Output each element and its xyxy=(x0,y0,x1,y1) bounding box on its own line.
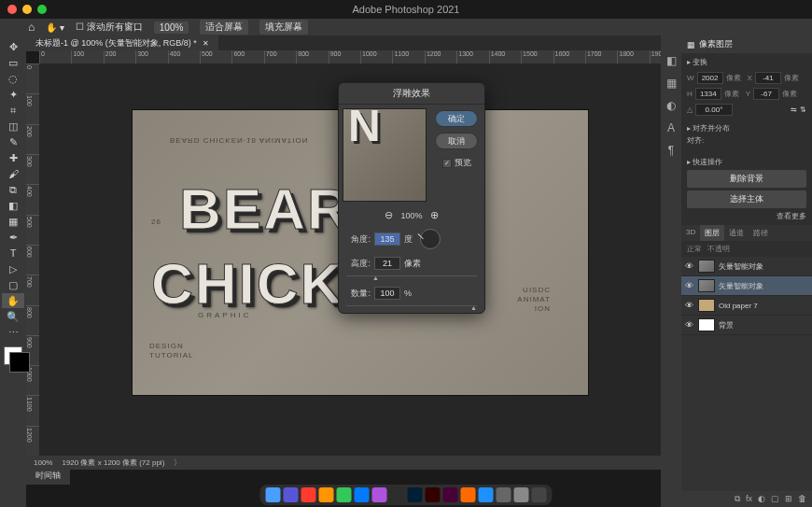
maximize-window-button[interactable] xyxy=(37,5,47,14)
height-input[interactable] xyxy=(374,257,400,270)
dock-app-icon[interactable] xyxy=(390,487,405,502)
x-input[interactable] xyxy=(755,72,781,84)
dock-app-icon[interactable] xyxy=(497,487,511,502)
layer-row[interactable]: 👁Old paper 7 xyxy=(681,296,812,316)
dock-app-icon[interactable] xyxy=(408,487,423,502)
y-input[interactable] xyxy=(753,88,779,100)
ok-button[interactable]: 确定 xyxy=(435,110,478,127)
dock-app-icon[interactable] xyxy=(301,487,316,502)
layer-tab-图层[interactable]: 图层 xyxy=(700,225,724,241)
status-dimensions[interactable]: 1920 像素 x 1200 像素 (72 ppi) xyxy=(62,458,164,468)
select-subject-button[interactable]: 选择主体 xyxy=(687,190,806,208)
flip-v-button[interactable]: ⇅ xyxy=(800,106,806,114)
amount-input[interactable] xyxy=(374,287,400,300)
layer-mask-icon[interactable]: ◐ xyxy=(758,494,765,504)
new-folder-icon[interactable]: ▢ xyxy=(771,494,779,504)
cancel-button[interactable]: 取消 xyxy=(435,133,478,149)
layer-row[interactable]: 👁背景 xyxy=(681,316,812,335)
layer-thumbnail[interactable] xyxy=(698,318,715,331)
swatches-panel-icon[interactable]: ▦ xyxy=(666,77,677,90)
marquee-tool[interactable]: ▭ xyxy=(2,55,24,70)
scroll-all-checkbox[interactable]: ☐ 滚动所有窗口 xyxy=(76,21,143,34)
home-icon[interactable]: ⌂ xyxy=(28,21,35,34)
layer-tab-通道[interactable]: 通道 xyxy=(724,225,749,241)
gradient-tool[interactable]: ▦ xyxy=(2,214,24,229)
color-panel-icon[interactable]: ◧ xyxy=(666,54,677,67)
dialog-title[interactable]: 浮雕效果 xyxy=(339,83,484,105)
flip-h-button[interactable]: ⇋ xyxy=(791,106,797,114)
zoom-out-icon[interactable]: ⊖ xyxy=(385,209,393,221)
status-zoom[interactable]: 100% xyxy=(34,458,52,467)
transform-section-label[interactable]: ▸ 变换 xyxy=(687,57,806,67)
visibility-icon[interactable]: 👁 xyxy=(685,301,694,310)
angle-dial[interactable] xyxy=(420,229,441,249)
link-layers-icon[interactable]: ⧉ xyxy=(735,494,740,504)
wand-tool[interactable]: ✦ xyxy=(2,87,24,102)
foreground-background-colors[interactable] xyxy=(4,346,22,365)
properties-panel-header[interactable]: ▦ 像素图层 xyxy=(681,35,812,53)
close-tab-icon[interactable]: ✕ xyxy=(203,39,209,48)
layer-tab-3D[interactable]: 3D xyxy=(681,225,700,241)
crop-tool[interactable]: ⌗ xyxy=(2,103,24,118)
move-tool[interactable]: ✥ xyxy=(2,39,24,54)
eyedropper-tool[interactable]: ✎ xyxy=(2,134,24,149)
layer-tab-路径[interactable]: 路径 xyxy=(749,225,773,241)
character-panel-icon[interactable]: A xyxy=(667,121,675,134)
layer-fx-icon[interactable]: fx xyxy=(746,494,752,504)
dock-app-icon[interactable] xyxy=(443,487,458,502)
layer-thumbnail[interactable] xyxy=(698,279,715,292)
stamp-tool[interactable]: ⧉ xyxy=(2,182,24,197)
zoom-100-button[interactable]: 100% xyxy=(154,21,189,34)
pen-tool[interactable]: ✒ xyxy=(2,230,24,245)
edit-toolbar-icon[interactable]: ⋯ xyxy=(2,325,24,340)
height-slider[interactable] xyxy=(346,275,477,281)
hand-tool[interactable]: ✋ xyxy=(2,293,24,308)
remove-background-button[interactable]: 删除背景 xyxy=(687,170,806,188)
width-input[interactable] xyxy=(697,72,723,84)
lasso-tool[interactable]: ◌ xyxy=(2,71,24,86)
dock-app-icon[interactable] xyxy=(355,487,370,502)
status-chevron-icon[interactable]: 〉 xyxy=(174,458,181,468)
minimize-window-button[interactable] xyxy=(22,5,32,14)
dock-app-icon[interactable] xyxy=(426,487,441,502)
dock-app-icon[interactable] xyxy=(284,487,299,502)
vertical-ruler[interactable]: 0100200300400500600700800900100011001200 xyxy=(26,63,39,456)
delete-layer-icon[interactable]: 🗑 xyxy=(798,494,806,504)
new-layer-icon[interactable]: ⊞ xyxy=(785,494,792,504)
visibility-icon[interactable]: 👁 xyxy=(685,281,694,290)
dock-app-icon[interactable] xyxy=(514,487,529,502)
view-more-link[interactable]: 查看更多 xyxy=(687,211,806,221)
dock-app-icon[interactable] xyxy=(372,487,387,502)
visibility-icon[interactable]: 👁 xyxy=(685,320,694,330)
quick-actions-label[interactable]: ▸ 快速操作 xyxy=(687,157,806,167)
visibility-icon[interactable]: 👁 xyxy=(685,261,694,271)
preview-checkbox[interactable]: ✓ 预览 xyxy=(442,157,471,169)
type-tool[interactable]: T xyxy=(2,246,24,261)
layer-thumbnail[interactable] xyxy=(698,260,715,273)
rotation-input[interactable] xyxy=(695,104,733,116)
adjustments-panel-icon[interactable]: ◐ xyxy=(666,99,676,112)
fit-screen-button[interactable]: 适合屏幕 xyxy=(200,20,248,35)
dock-app-icon[interactable] xyxy=(461,487,476,502)
layer-thumbnail[interactable] xyxy=(698,299,715,312)
eraser-tool[interactable]: ◧ xyxy=(2,198,24,213)
angle-input[interactable] xyxy=(374,232,400,246)
dock-app-icon[interactable] xyxy=(319,487,334,502)
dock-app-icon[interactable] xyxy=(532,487,547,502)
zoom-tool[interactable]: 🔍 xyxy=(2,309,24,324)
fill-screen-button[interactable]: 填充屏幕 xyxy=(259,20,308,35)
amount-slider[interactable] xyxy=(346,305,477,311)
blend-mode-select[interactable]: 正常 xyxy=(687,244,702,254)
shape-tool[interactable]: ▢ xyxy=(2,277,24,292)
zoom-in-icon[interactable]: ⊕ xyxy=(430,209,439,221)
align-section-label[interactable]: ▸ 对齐并分布 xyxy=(687,123,806,134)
close-window-button[interactable] xyxy=(7,5,17,14)
dock-app-icon[interactable] xyxy=(479,487,494,502)
path-tool[interactable]: ▷ xyxy=(2,261,24,276)
layer-row[interactable]: 👁矢量智能对象 xyxy=(681,276,812,296)
hand-tool-icon[interactable]: ✋ ▾ xyxy=(46,22,64,33)
dialog-preview-image[interactable] xyxy=(343,108,427,202)
healing-tool[interactable]: ✚ xyxy=(2,150,24,165)
frame-tool[interactable]: ◫ xyxy=(2,119,24,134)
document-tab[interactable]: 未标题-1 @ 100% (矢量智能对象, RGB/8) * ✕ xyxy=(26,35,218,51)
